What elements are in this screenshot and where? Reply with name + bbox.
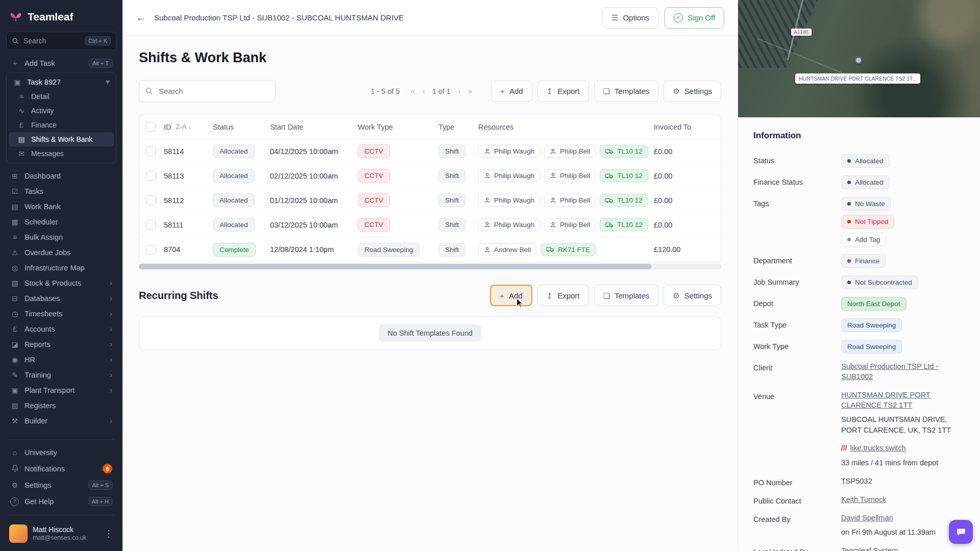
resource-chip[interactable]: Philip Bell xyxy=(544,194,596,207)
sidebar-item-registers[interactable]: ▥Registers xyxy=(6,398,116,413)
col-resources[interactable]: Resources xyxy=(478,123,654,131)
sidebar-item-finance[interactable]: £ Finance xyxy=(9,118,114,132)
horizontal-scrollbar[interactable] xyxy=(139,264,721,269)
last-updated-by-link[interactable]: Teamleaf System xyxy=(841,545,898,551)
sidebar-item-scheduler[interactable]: ▦Scheduler xyxy=(6,214,116,230)
settings-button[interactable]: ⚙Settings xyxy=(664,81,721,102)
resource-chip[interactable]: Philip Waugh xyxy=(478,218,540,231)
task-group-header[interactable]: ▣ Task 8927 ▾ xyxy=(9,75,114,89)
vehicle-chip[interactable]: TL10 12 xyxy=(600,218,648,231)
sidebar-item-bulk-assign[interactable]: ≡Bulk Assign xyxy=(6,230,116,245)
sidebar-item-dashboard[interactable]: ⊞Dashboard xyxy=(6,168,116,184)
export-recurring-button[interactable]: ↥Export xyxy=(537,285,589,306)
sidebar-item-detail[interactable]: ≡ Detail xyxy=(9,89,114,104)
add-recurring-shift-button[interactable]: +Add xyxy=(490,285,532,306)
sidebar-item-databases[interactable]: ⊟Databases› xyxy=(6,291,116,306)
vehicle-chip[interactable]: TL10 12 xyxy=(600,145,648,158)
resource-chip[interactable]: Philip Bell xyxy=(544,218,596,231)
back-button[interactable]: ← xyxy=(136,12,146,23)
resource-chip[interactable]: Philip Waugh xyxy=(478,169,540,182)
vehicle-chip[interactable]: TL10 12 xyxy=(600,169,648,182)
sidebar-item-timesheets[interactable]: ◷Timesheets› xyxy=(6,306,116,321)
sidebar-item-settings[interactable]: ⚙ Settings Alt + S xyxy=(6,477,116,493)
sidebar-item-university[interactable]: ⌂ University xyxy=(6,445,116,460)
table-row[interactable]: 8704 Complete 12/08/2024 1:10pm Road Swe… xyxy=(139,237,721,262)
vehicle-chip[interactable]: RK71 FTE xyxy=(541,243,596,256)
col-work-type[interactable]: Work Type xyxy=(358,123,438,131)
col-status[interactable]: Status xyxy=(213,123,270,131)
col-type[interactable]: Type xyxy=(438,123,478,131)
prev-page-button[interactable]: ‹ xyxy=(419,85,428,98)
created-by-link[interactable]: David Spellman xyxy=(841,513,893,523)
add-task-button[interactable]: + Add Task Alt + T xyxy=(6,55,116,71)
table-row[interactable]: 58113 Allocated 02/12/2025 10:00am CCTV … xyxy=(139,164,721,188)
task-group-label: Task 8927 xyxy=(27,78,61,86)
table-row[interactable]: 58111 Allocated 03/12/2025 10:00am CCTV … xyxy=(139,213,721,237)
templates-recurring-button[interactable]: ❏Templates xyxy=(594,285,659,306)
cell-id: 8704 xyxy=(164,245,213,254)
sidebar-item-shifts-work-bank[interactable]: ▤ Shifts & Work Bank xyxy=(9,132,114,146)
user-menu[interactable]: Matt Hiscock matt@senses.co.uk ⋮ xyxy=(6,520,116,544)
resource-chip[interactable]: Philip Bell xyxy=(544,169,596,182)
resource-chip[interactable]: Philip Waugh xyxy=(478,194,540,207)
sidebar-item-infrastructure-map[interactable]: ◎Infrastructure Map xyxy=(6,260,116,276)
col-id[interactable]: IDZ-A ↓ xyxy=(164,123,213,131)
chat-button[interactable] xyxy=(949,520,973,544)
info-label: Finance Status xyxy=(753,176,841,186)
templates-button[interactable]: ❏Templates xyxy=(594,81,659,102)
sidebar-item-notifications[interactable]: Notifications 8 xyxy=(6,460,116,477)
map-marker[interactable] xyxy=(854,56,863,64)
add-shift-button[interactable]: +Add xyxy=(491,81,532,102)
map-marker-label[interactable]: HUNTSMAN DRIVE PORT CLARENCE TS2 1T... xyxy=(795,73,920,84)
table-row[interactable]: 58114 Allocated 04/12/2025 10:00am CCTV … xyxy=(139,139,721,164)
sidebar-item-tasks[interactable]: ☑Tasks xyxy=(6,184,116,199)
settings-recurring-button[interactable]: ⚙Settings xyxy=(664,285,721,306)
sidebar-item-plant-transport[interactable]: ▣Plant Transport› xyxy=(6,383,116,398)
person-icon xyxy=(484,197,491,204)
sign-off-button[interactable]: ✓ Sign Off xyxy=(665,7,724,29)
row-checkbox[interactable] xyxy=(146,245,156,255)
sidebar-item-stock-products[interactable]: ▧Stock & Products› xyxy=(6,276,116,291)
resource-chip[interactable]: Andrew Bell xyxy=(478,243,536,256)
row-checkbox[interactable] xyxy=(146,171,156,181)
row-checkbox[interactable] xyxy=(146,220,156,230)
resource-chip[interactable]: Philip Bell xyxy=(544,145,596,158)
sidebar-item-hr[interactable]: ◉HR› xyxy=(6,352,116,367)
search-input[interactable] xyxy=(139,80,276,102)
first-page-button[interactable]: « xyxy=(407,85,419,98)
venue-link[interactable]: HUNTSMAN DRIVE PORT CLARENCE TS2 1TT xyxy=(841,390,965,411)
sidebar-item-reports[interactable]: ◪Reports› xyxy=(6,337,116,352)
public-contact-link[interactable]: Keith Turnock xyxy=(841,494,887,505)
resource-chip[interactable]: Philip Waugh xyxy=(478,145,540,158)
row-checkbox[interactable] xyxy=(146,195,156,205)
job-summary-badge: Not Subcontracted xyxy=(841,276,918,289)
sidebar-item-activity[interactable]: ∿ Activity xyxy=(9,104,114,118)
what3words-link[interactable]: like.trucks.switch xyxy=(850,444,906,452)
kebab-menu-icon[interactable]: ⋮ xyxy=(104,528,113,539)
options-button[interactable]: ☰ Options xyxy=(602,7,658,29)
vehicle-chip[interactable]: TL10 12 xyxy=(600,194,648,207)
client-link[interactable]: Subcoal Production TSP Ltd - SUB1002 xyxy=(841,361,965,382)
row-checkbox[interactable] xyxy=(146,146,156,156)
sidebar-item-messages[interactable]: ✉ Messages xyxy=(9,146,114,161)
sidebar-item-accounts[interactable]: £Accounts› xyxy=(6,321,116,337)
sidebar-search[interactable]: Search Ctrl + K xyxy=(6,32,116,50)
brand[interactable]: Teamleaf xyxy=(6,6,116,32)
sidebar-item-get-help[interactable]: ? Get Help Alt + H xyxy=(6,493,116,510)
sidebar-item-work-bank[interactable]: ▤Work Bank xyxy=(6,199,116,214)
table-row[interactable]: 58112 Allocated 01/12/2025 10:00am CCTV … xyxy=(139,188,721,213)
sidebar-item-label: University xyxy=(24,448,57,457)
sidebar-item-builder[interactable]: ⚒Builder› xyxy=(6,413,116,429)
export-button[interactable]: ↥Export xyxy=(537,81,589,102)
last-page-button[interactable]: » xyxy=(464,85,476,98)
select-all-checkbox[interactable] xyxy=(146,122,156,132)
sidebar-item-training[interactable]: ✎Training› xyxy=(6,367,116,383)
venue-map[interactable]: A1185 HUNTSMAN DRIVE PORT CLARENCE TS2 1… xyxy=(738,0,980,117)
next-page-button[interactable]: › xyxy=(454,85,464,98)
add-tag-button[interactable]: Add Tag xyxy=(841,233,886,246)
sidebar-item-overdue-jobs[interactable]: ⚠Overdue Jobs xyxy=(6,245,116,260)
col-start-date[interactable]: Start Date xyxy=(270,123,358,131)
activity-icon: ∿ xyxy=(17,107,26,115)
scrollbar-thumb[interactable] xyxy=(139,264,651,269)
col-invoiced[interactable]: Invoiced To xyxy=(654,123,721,131)
